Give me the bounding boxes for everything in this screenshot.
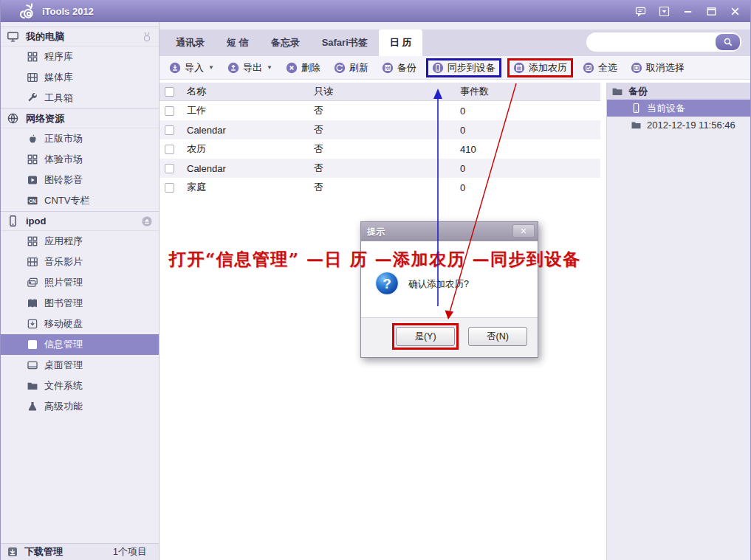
tab-calendar[interactable]: 日 历 [379,30,423,56]
cell-events: 0 [460,106,600,117]
menu-dropdown-icon[interactable] [658,6,671,17]
top-spacer [160,22,750,30]
window-controls [634,6,743,17]
sidebar-section-ipod[interactable]: ipod [1,211,159,231]
row-checkbox[interactable] [165,164,174,173]
film-icon [27,256,38,268]
sidebar-item-label: 信息管理 [44,338,83,351]
sidebar-item-info-management[interactable]: 信息管理 [1,334,159,355]
search-button[interactable] [716,34,740,50]
sidebar-item-cntv[interactable]: CNTV专栏 [1,190,159,211]
sync-to-device-button[interactable]: 同步到设备 [426,58,501,77]
refresh-button[interactable]: 刷新 [330,60,372,76]
sidebar-item-label: 工具箱 [44,91,73,105]
apple-icon [27,133,38,145]
tab-label: Safari书签 [322,36,368,49]
backup-item-snapshot[interactable]: 2012-12-19 11:56:46 [607,117,750,134]
close-icon[interactable] [729,6,741,17]
sidebar-item-label: 应用程序 [44,235,83,248]
column-header-readonly[interactable]: 只读 [314,85,460,98]
device-icon [7,215,19,227]
tab-contacts[interactable]: 通讯录 [165,30,216,56]
sidebar-spacer [1,417,159,543]
yes-button[interactable]: 是(Y) [396,327,455,346]
app-grid-icon [27,235,38,247]
app-grid-icon [27,153,38,165]
cell-name: Calendar [187,125,314,136]
import-button[interactable]: 导入 ▼ [165,60,218,76]
import-icon [169,62,181,74]
dialog-titlebar: 提示 [361,222,538,241]
delete-icon [286,62,298,74]
sidebar-item-toolbox[interactable]: 工具箱 [1,88,159,108]
download-manager-bar[interactable]: 下载管理 1个项目 [1,543,159,560]
sidebar-item-trial-market[interactable]: 体验市场 [1,149,159,170]
download-manager-label: 下载管理 [24,545,63,559]
feedback-icon[interactable] [634,6,647,17]
book-icon [27,297,38,309]
search-icon [723,37,733,47]
column-header-name[interactable]: 名称 [187,85,314,98]
sidebar-item-applications[interactable]: 应用程序 [1,231,159,252]
cell-events: 0 [460,163,600,174]
column-header-events[interactable]: 事件数 [460,85,600,98]
sidebar-item-desktop-management[interactable]: 桌面管理 [1,355,159,376]
chevron-down-icon[interactable]: ▼ [208,64,214,71]
export-button[interactable]: 导出 ▼ [224,60,276,76]
deselect-button[interactable]: 取消选择 [627,60,688,76]
film-icon [27,72,38,83]
table-row[interactable]: 农历 否 410 [160,139,600,159]
backup-item-current-device[interactable]: 当前设备 [607,100,750,117]
button-label: 删除 [301,61,320,75]
table-row[interactable]: Calendar 否 0 [160,159,600,178]
tab-label: 短 信 [227,36,249,49]
sidebar-item-file-system[interactable]: 文件系统 [1,376,159,396]
sidebar-item-app-store[interactable]: 正版市场 [1,128,159,149]
backup-button[interactable]: 备份 [378,60,420,76]
sidebar-item-books[interactable]: 图书管理 [1,293,159,314]
tab-safari-bookmarks[interactable]: Safari书签 [311,30,379,56]
folder-icon [631,120,642,131]
sidebar-item-mobile-disk[interactable]: 移动硬盘 [1,314,159,334]
sidebar-item-label: 文件系统 [44,379,83,393]
tab-notes[interactable]: 备忘录 [260,30,311,56]
eject-icon[interactable] [141,215,153,227]
add-lunar-calendar-button[interactable]: 添加农历 [507,58,573,77]
delete-button[interactable]: 删除 [282,60,324,76]
select-all-checkbox[interactable] [165,87,174,97]
sidebar-item-media-library[interactable]: 媒体库 [1,67,159,88]
minimize-icon[interactable] [682,6,694,17]
scrollbar-gutter[interactable] [600,83,606,560]
row-checkbox[interactable] [165,145,174,154]
table-row[interactable]: Calendar 否 0 [160,120,600,139]
sidebar-item-advanced[interactable]: 高级功能 [1,396,159,417]
sidebar-item-photos[interactable]: 照片管理 [1,272,159,293]
sidebar-item-ringtones-video[interactable]: 图铃影音 [1,170,159,190]
button-label: 导出 [243,61,262,75]
download-icon [7,546,18,558]
row-checkbox[interactable] [165,183,174,193]
backup-item-label: 2012-12-19 11:56:46 [647,120,735,131]
row-checkbox[interactable] [165,106,174,116]
cell-readonly: 否 [314,123,460,136]
cell-events: 0 [460,125,600,136]
rabbit-icon [141,31,153,43]
maximize-icon[interactable] [705,6,718,17]
table-row[interactable]: 工作 否 0 [160,101,600,120]
row-checkbox[interactable] [165,125,174,135]
no-button[interactable]: 否(N) [468,327,527,346]
chevron-down-icon[interactable]: ▼ [267,64,272,71]
sidebar-section-my-computer[interactable]: 我的电脑 [1,27,159,46]
play-box-icon [27,174,38,186]
sidebar-item-label: 媒体库 [44,71,73,84]
dialog-close-icon[interactable] [512,224,535,238]
sidebar-section-network[interactable]: 网络资源 [1,108,159,128]
tab-label: 备忘录 [271,36,300,49]
tab-sms[interactable]: 短 信 [216,30,260,56]
folder-icon [27,380,38,392]
sidebar-item-music-video[interactable]: 音乐影片 [1,252,159,272]
sidebar-item-app-library[interactable]: 程序库 [1,46,159,67]
select-all-button[interactable]: 全选 [579,60,621,76]
table-row[interactable]: 家庭 否 0 [160,178,600,197]
cell-name: Calendar [187,163,314,174]
